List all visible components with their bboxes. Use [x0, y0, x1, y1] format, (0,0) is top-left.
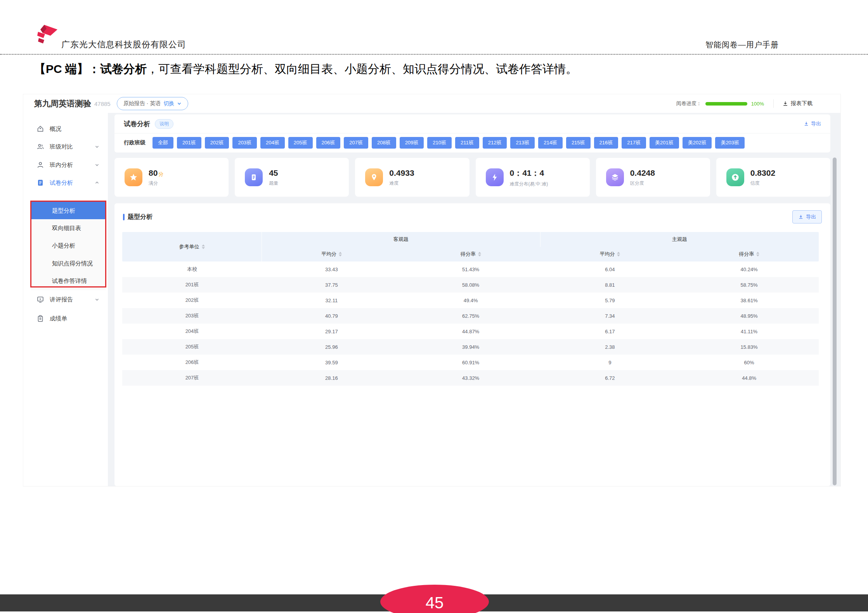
table-cell: 9 [541, 355, 680, 370]
table-cell: 201班 [122, 277, 262, 293]
paper-analysis-panel: 试卷分析 说明 导出 行政班级 全部201班202班203班204班205班20… [114, 114, 830, 152]
class-filter-button[interactable]: 211班 [455, 137, 479, 149]
class-filter-button[interactable]: 美201班 [650, 137, 679, 149]
column-header-obj-avg[interactable]: 平均分 [262, 247, 401, 261]
table-cell: 38.61% [679, 293, 819, 308]
table-cell: 6.04 [541, 261, 680, 277]
class-filter-button[interactable]: 213班 [510, 137, 535, 149]
sidebar-sub-item[interactable]: 知识点得分情况 [31, 255, 106, 272]
panel-export-link[interactable]: 导出 [804, 120, 821, 127]
table-cell: 49.4% [401, 293, 541, 308]
sidebar-item-paper-analysis[interactable]: 试卷分析 [23, 174, 108, 192]
class-filter-button[interactable]: 217班 [622, 137, 646, 149]
progress-value: 100% [751, 101, 764, 107]
table-cell: 41.11% [679, 324, 819, 339]
table-cell: 48.95% [679, 308, 819, 324]
column-header-unit[interactable]: 参考单位 [122, 232, 262, 261]
table-cell: 32.11 [262, 293, 401, 308]
sidebar-item-review-report[interactable]: 讲评报告 [23, 291, 108, 308]
class-filter-button[interactable]: 215班 [566, 137, 591, 149]
sort-icon[interactable] [202, 244, 205, 249]
column-header-subj-avg[interactable]: 平均分 [541, 247, 680, 261]
table-export-button[interactable]: 导出 [792, 210, 822, 223]
scrollbar-thumb[interactable] [833, 158, 837, 485]
table-cell: 58.75% [679, 277, 819, 293]
stat-value: 0.4933 [389, 168, 414, 177]
sidebar-item-overview[interactable]: 概况 [23, 120, 108, 138]
class-filter-button[interactable]: 210班 [427, 137, 452, 149]
column-header-subj-rate[interactable]: 得分率 [679, 247, 819, 261]
document-icon [36, 179, 44, 187]
table-cell: 本校 [122, 261, 262, 277]
exam-id: 47885 [94, 100, 111, 107]
table-cell: 204班 [122, 324, 262, 339]
vertical-scrollbar[interactable] [833, 158, 837, 485]
table-cell: 207班 [122, 370, 262, 386]
table-cell: 7.34 [541, 308, 680, 324]
class-filter-button[interactable]: 212班 [483, 137, 507, 149]
sort-icon[interactable] [756, 252, 759, 256]
table-cell: 8.81 [541, 277, 680, 293]
class-filter-button[interactable]: 美203班 [715, 137, 745, 149]
people-icon [36, 143, 44, 151]
report-switch-pill[interactable]: 原始报告 · 英语 切换 [117, 97, 188, 110]
class-filter-button[interactable]: 202班 [205, 137, 229, 149]
display-icon [36, 296, 44, 303]
panel-title: 试卷分析 [124, 119, 150, 128]
sidebar-sub-item[interactable]: 双向细目表 [31, 219, 106, 237]
stat-value: 0.4248 [630, 168, 655, 177]
sidebar-sub-item[interactable]: 题型分析 [31, 202, 106, 220]
chevron-down-icon [177, 101, 182, 106]
stat-value: 80 [149, 168, 158, 177]
table-cell: 28.16 [262, 370, 401, 386]
stat-label: 区分度 [630, 180, 655, 187]
class-filter-button[interactable]: 美202班 [683, 137, 712, 149]
table-cell: 39.94% [401, 339, 541, 355]
info-badge[interactable]: 说明 [155, 119, 173, 129]
sidebar-sub-item-label: 题型分析 [52, 207, 75, 215]
sort-icon[interactable] [478, 252, 481, 256]
sidebar-sub-item[interactable]: 试卷作答详情 [31, 272, 106, 290]
stat-value: 0：41：4 [510, 168, 544, 177]
report-download-button[interactable]: 报表下载 [778, 98, 817, 109]
stat-card-reliability: 0.8302 信度 [716, 158, 830, 197]
class-filter-button[interactable]: 201班 [177, 137, 201, 149]
class-filter-button[interactable]: 214班 [538, 137, 563, 149]
pin-icon [365, 168, 383, 186]
doc-heading-bold: 【PC 端】：试卷分析 [34, 62, 147, 75]
class-filter-button[interactable]: 204班 [260, 137, 285, 149]
column-header-label: 参考单位 [179, 243, 199, 250]
column-header-obj-rate[interactable]: 得分率 [401, 247, 541, 261]
sidebar-item-label: 班内分析 [50, 161, 73, 169]
class-filter-button[interactable]: 205班 [288, 137, 313, 149]
class-filter-button[interactable]: 208班 [372, 137, 396, 149]
sidebar-sub-item-label: 知识点得分情况 [52, 260, 93, 267]
sidebar-item-class-compare[interactable]: 班级对比 [23, 138, 108, 156]
class-filter-button[interactable]: 209班 [400, 137, 424, 149]
sidebar-sub-item-label: 小题分析 [52, 242, 75, 249]
download-icon [804, 121, 809, 126]
sidebar-item-score-sheet[interactable]: 成绩单 [23, 310, 108, 327]
table-row: 207班28.1643.32%6.7244.8% [122, 370, 819, 386]
class-filter-button[interactable]: 216班 [594, 137, 619, 149]
table-row: 206班39.5960.91%960% [122, 355, 819, 370]
class-filter-button[interactable]: 207班 [344, 137, 368, 149]
stat-card-difficulty-distribution: 0：41：4 难度分布(易:中:难) [476, 158, 590, 197]
sidebar-item-in-class-analysis[interactable]: 班内分析 [23, 156, 108, 174]
column-header-label: 得分率 [461, 251, 476, 258]
stat-card-discrimination: 0.4248 区分度 [596, 158, 710, 197]
company-name: 广东光大信息科技股份有限公司 [61, 39, 186, 50]
table-cell: 29.17 [262, 324, 401, 339]
class-filter-button[interactable]: 203班 [232, 137, 257, 149]
sidebar-item-label: 概况 [50, 125, 61, 133]
table-cell: 60.91% [401, 355, 541, 370]
class-filter-button[interactable]: 全部 [152, 137, 173, 149]
manual-title: 智能阅卷—用户手册 [705, 40, 779, 50]
stat-label: 难度 [389, 180, 414, 187]
sort-icon[interactable] [617, 252, 620, 256]
sidebar-item-label: 讲评报告 [50, 296, 73, 303]
sidebar-sub-item[interactable]: 小题分析 [31, 237, 106, 255]
class-filter-button[interactable]: 206班 [316, 137, 341, 149]
sort-icon[interactable] [339, 252, 342, 256]
column-group-objective: 客观题 [262, 232, 541, 247]
